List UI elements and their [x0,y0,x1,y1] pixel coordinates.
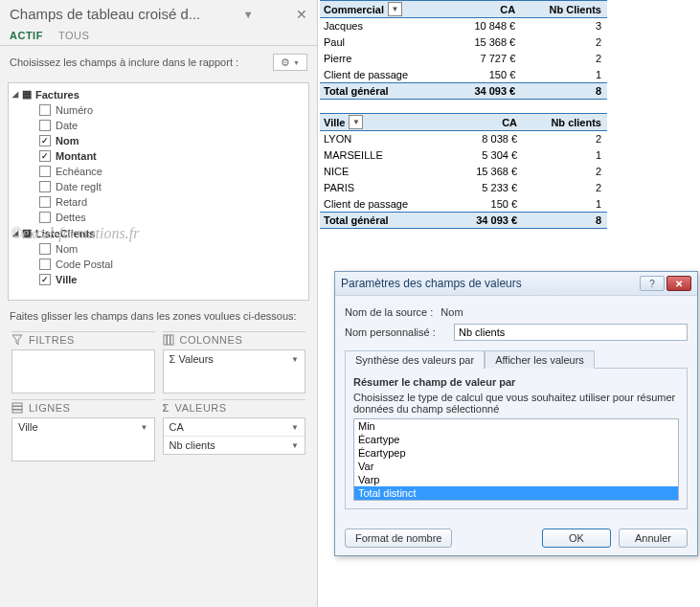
help-button[interactable]: ? [640,276,665,291]
checkbox-icon [39,104,51,116]
table-row: LYON8 038 €2 [320,131,607,147]
caret-down-icon: ▼ [293,59,300,66]
custom-name-input[interactable] [454,324,688,341]
table-row: Paul15 368 €2 [320,34,607,51]
list-option[interactable]: Varp [354,473,678,486]
calculation-listbox[interactable]: MinÉcartypeÉcartypepVarVarpTotal distinc… [353,418,679,501]
svg-rect-4 [12,407,22,410]
pane-title: Champs de tableau croisé d... [10,6,200,22]
checkbox-icon: ✓ [39,135,51,146]
choose-fields-label: Choisissez les champs à inclure dans le … [10,56,238,68]
checkbox-icon: ✓ [39,274,51,285]
caret-down-icon: ▼ [291,423,299,432]
tab-active[interactable]: ACTIF [10,26,43,45]
table-row: Client de passage150 €1 [320,67,607,83]
table-row: Client de passage150 €1 [320,196,607,213]
columns-dropzone[interactable]: Σ Valeurs▼ [163,349,306,393]
table-row: Pierre7 727 €2 [320,51,607,67]
checkbox-icon [39,166,51,177]
checkbox-icon [39,196,51,208]
checkbox-icon [39,181,51,192]
ok-button[interactable]: OK [542,528,611,548]
drag-hint: Faites glisser les champs dans les zones… [0,301,317,326]
table-total-row: Total général34 093 €8 [320,213,607,229]
table-row: NICE15 368 €2 [320,164,607,180]
number-format-button[interactable]: Format de nombre [345,528,452,548]
field-item[interactable]: Nom [12,241,305,257]
close-icon[interactable]: ✕ [296,7,307,22]
filter-icon [11,334,23,346]
filters-dropzone[interactable] [11,349,155,393]
tab-summarize-by[interactable]: Synthèse des valeurs par [345,350,485,369]
sigma-icon: Σ [163,402,169,414]
gear-button[interactable]: ⚙ ▼ [273,54,307,71]
zone-item[interactable]: CA▼ [164,418,305,437]
pivot-table-commercial: Commercial▼CANb ClientsJacques10 848 €3P… [320,0,607,100]
gear-icon: ⚙ [281,56,290,69]
field-item[interactable]: Numéro [12,102,305,118]
checkbox-icon [39,243,51,255]
zone-rows-label: LIGNES [29,402,70,414]
zone-filters-label: FILTRES [29,334,75,346]
table-row: MARSEILLE5 304 €1 [320,147,607,164]
checkbox-icon [39,120,51,131]
filter-dropdown-button[interactable]: ▼ [388,2,402,16]
zone-columns-label: COLONNES [180,334,243,346]
tree-group-factures[interactable]: ◢ ▦ Factures [12,86,305,102]
zone-values-label: VALEURS [175,402,227,414]
table-total-row: Total général34 093 €8 [320,83,607,100]
svg-rect-5 [12,410,22,413]
caret-down-icon: ▼ [141,423,148,432]
filter-dropdown-button[interactable]: ▼ [349,115,363,129]
list-option[interactable]: Var [354,460,678,473]
field-item[interactable]: Retard [12,194,305,210]
tab-all[interactable]: TOUS [58,26,89,45]
field-item[interactable]: Date reglt [12,179,305,194]
columns-icon [163,334,174,346]
field-item[interactable]: Dettes [12,210,305,225]
list-option[interactable]: Min [354,419,678,433]
field-item[interactable]: ✓Nom [12,133,305,148]
pivot-field-list-pane: Champs de tableau croisé d... ▼ ✕ ACTIF … [0,0,318,607]
field-item[interactable]: Code Postal [12,257,305,272]
value-field-settings-dialog: Paramètres des champs de valeurs ? ✕ Nom… [334,271,698,556]
rows-dropzone[interactable]: Ville▼ [11,417,155,461]
caret-down-icon: ▼ [291,441,299,450]
collapse-icon: ◢ [12,90,18,99]
svg-rect-1 [167,335,169,345]
zone-item[interactable]: Nb clients▼ [164,437,305,454]
svg-rect-2 [170,335,173,345]
table-row: PARIS5 233 €2 [320,180,607,196]
cancel-button[interactable]: Annuler [619,528,688,548]
source-name-label: Nom de la source : [345,306,433,318]
table-row: Jacques10 848 €3 [320,18,607,34]
field-item[interactable]: ✓Ville [12,272,305,287]
values-dropzone[interactable]: CA▼ Nb clients▼ [163,417,306,455]
watermark: ©excel-formations.fr [11,225,139,242]
list-option[interactable]: Écartype [354,433,678,446]
table-icon: ▦ [22,88,32,101]
pivot-table-ville: Ville▼CANb clientsLYON8 038 €2MARSEILLE5… [320,113,607,229]
checkbox-icon: ✓ [39,150,51,162]
summarize-description: Choisissez le type de calcul que vous so… [353,392,679,415]
rows-icon [11,402,23,414]
field-item[interactable]: Date [12,118,305,133]
list-option[interactable]: Total distinct [354,486,678,500]
dialog-title: Paramètres des champs de valeurs [341,277,522,290]
field-item[interactable]: ✓Montant [12,148,305,164]
svg-rect-3 [12,403,22,406]
caret-down-icon: ▼ [291,355,299,364]
pane-dropdown-icon[interactable]: ▼ [243,9,254,20]
custom-name-label: Nom personnalisé : [345,326,446,338]
zone-item[interactable]: Ville▼ [12,418,154,436]
source-name-value: Nom [440,306,463,318]
zone-item[interactable]: Σ Valeurs▼ [164,350,305,368]
tab-show-values-as[interactable]: Afficher les valeurs [485,350,595,369]
svg-rect-0 [164,335,167,345]
list-option[interactable]: Écartypep [354,446,678,460]
checkbox-icon [39,259,51,270]
close-button[interactable]: ✕ [666,276,691,291]
field-tree[interactable]: ◢ ▦ Factures NuméroDate✓Nom✓MontantEchéa… [8,82,309,301]
summarize-heading: Résumer le champ de valeur par [353,376,679,388]
field-item[interactable]: Echéance [12,164,305,179]
